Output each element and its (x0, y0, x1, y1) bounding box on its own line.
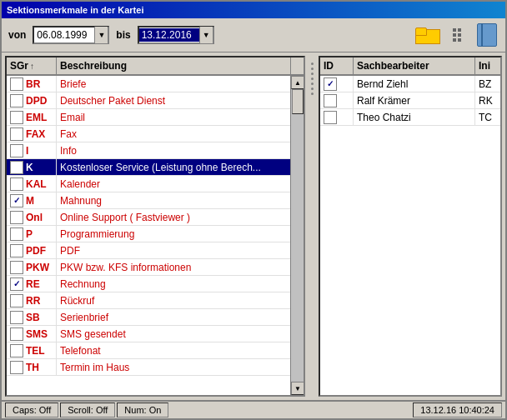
right-row-checkbox[interactable] (324, 94, 337, 108)
cell-beschreibung: Kalender (57, 176, 290, 192)
cell-sgr: EML (7, 109, 57, 125)
row-checkbox[interactable] (10, 361, 23, 374)
row-checkbox[interactable] (10, 278, 23, 291)
left-table-row[interactable]: EMLEmail (7, 109, 290, 126)
row-checkbox[interactable] (10, 78, 23, 91)
status-bar: Caps: Off Scroll: Off Num: On 13.12.16 1… (2, 400, 505, 418)
scroll-track[interactable] (291, 89, 304, 382)
bis-date-combo[interactable]: ▼ (138, 26, 214, 44)
cell-beschreibung: PKW bzw. KFS informationen (57, 259, 290, 275)
von-date-arrow[interactable]: ▼ (94, 27, 108, 43)
right-table-row[interactable]: Theo ChatziTC (320, 109, 500, 126)
left-table-row[interactable]: IInfo (7, 142, 290, 159)
scroll-up-btn[interactable]: ▲ (291, 76, 304, 89)
left-table-row[interactable]: OnlOnline Support ( Fastviewer ) (7, 209, 290, 226)
divider-dot (311, 62, 314, 65)
folder-icon (415, 26, 439, 44)
header-beschreibung: Beschreibung (57, 58, 290, 74)
divider-dot (311, 78, 314, 80)
left-table-row[interactable]: SBSerienbrief (7, 309, 290, 326)
sgr-text: RE (26, 278, 40, 290)
scroll-status: Scroll: Off (60, 402, 115, 418)
row-checkbox[interactable] (10, 178, 23, 191)
row-checkbox[interactable] (10, 128, 23, 141)
left-table-row[interactable]: TELTelefonat (7, 342, 290, 359)
left-table-row[interactable]: SMSSMS gesendet (7, 326, 290, 342)
cell-beschreibung: Mahnung (57, 192, 290, 208)
datetime-status: 13.12.16 10:40:24 (413, 402, 502, 418)
row-checkbox[interactable] (10, 311, 23, 324)
row-checkbox[interactable] (10, 344, 23, 358)
bis-date-input[interactable] (139, 28, 199, 42)
right-row-checkbox[interactable] (324, 78, 337, 91)
von-date-input[interactable] (34, 28, 94, 42)
row-checkbox[interactable] (10, 328, 23, 341)
left-table-row[interactable]: THTermin im Haus (7, 359, 290, 376)
left-table-row[interactable]: FAXFax (7, 126, 290, 142)
sgr-text: M (26, 195, 34, 207)
cell-sgr: RR (7, 292, 57, 308)
cell-beschreibung: Briefe (57, 76, 290, 92)
scroll-down-btn[interactable]: ▼ (291, 382, 304, 395)
right-panel: ID Sachbearbeiter Ini Bernd ZiehlBZRalf … (319, 56, 502, 397)
main-window: Sektionsmerkmale in der Kartei von ▼ bis… (0, 0, 507, 420)
left-table-row[interactable]: RERechnung (7, 276, 290, 292)
cell-sgr: K (7, 159, 57, 175)
row-checkbox[interactable] (10, 244, 23, 258)
von-date-combo[interactable]: ▼ (33, 26, 109, 44)
cell-sgr: TH (7, 359, 57, 375)
scroll-thumb[interactable] (292, 89, 304, 114)
cell-sgr: I (7, 142, 57, 158)
cell-ini: RK (475, 92, 500, 108)
cell-beschreibung: Telefonat (57, 342, 290, 358)
cell-id (320, 76, 354, 92)
left-table-row[interactable]: MMahnung (7, 192, 290, 209)
left-scrollbar[interactable]: ▲ ▼ (290, 76, 304, 395)
book-button[interactable] (475, 23, 499, 47)
num-status: Num: On (117, 402, 168, 418)
right-table-header: ID Sachbearbeiter Ini (320, 58, 500, 76)
row-checkbox[interactable] (10, 294, 23, 308)
cell-sgr: M (7, 192, 57, 208)
left-table-header: SGr ↑ Beschreibung (7, 58, 304, 76)
row-checkbox[interactable] (10, 144, 23, 158)
row-checkbox[interactable] (10, 211, 23, 224)
cell-ini: TC (475, 109, 500, 125)
sgr-text: Onl (26, 212, 43, 223)
cell-sachbearbeiter: Theo Chatzi (354, 109, 475, 125)
cell-ini: BZ (475, 76, 500, 92)
row-checkbox[interactable] (10, 161, 23, 174)
row-checkbox[interactable] (10, 94, 23, 108)
cell-sgr: Onl (7, 209, 57, 225)
cell-beschreibung: PDF (57, 242, 290, 258)
row-checkbox[interactable] (10, 194, 23, 208)
left-table-row[interactable]: KALKalender (7, 176, 290, 192)
folder-button[interactable] (415, 23, 439, 47)
right-table-body: Bernd ZiehlBZRalf KrämerRKTheo ChatziTC (320, 76, 500, 395)
left-table-row[interactable]: BRBriefe (7, 76, 290, 92)
right-table-row[interactable]: Ralf KrämerRK (320, 92, 500, 109)
right-table-row[interactable]: Bernd ZiehlBZ (320, 76, 500, 92)
cell-sgr: DPD (7, 92, 57, 108)
sgr-text: FAX (26, 128, 45, 140)
divider-dot (311, 82, 314, 85)
left-table-row[interactable]: DPDDeutscher Paket Dienst (7, 92, 290, 109)
bis-date-arrow[interactable]: ▼ (199, 27, 213, 43)
sgr-text: K (26, 162, 33, 173)
right-row-checkbox[interactable] (324, 111, 337, 124)
cell-beschreibung: Programmierung (57, 226, 290, 242)
dots-button[interactable] (445, 23, 469, 47)
left-table-row[interactable]: PKWPKW bzw. KFS informationen (7, 259, 290, 276)
left-table-row[interactable]: PDFPDF (7, 242, 290, 259)
cell-beschreibung: Fax (57, 126, 290, 142)
row-checkbox[interactable] (10, 228, 23, 241)
sgr-text: PDF (26, 245, 46, 257)
left-table-row[interactable]: KKostenloser Service (Leistung ohne Bere… (7, 159, 290, 176)
left-table-row[interactable]: RRRückruf (7, 292, 290, 309)
row-checkbox[interactable] (10, 261, 23, 274)
panel-divider[interactable] (309, 56, 315, 397)
cell-sgr: SB (7, 309, 57, 325)
cell-sgr: P (7, 226, 57, 242)
row-checkbox[interactable] (10, 111, 23, 124)
left-table-row[interactable]: PProgrammierung (7, 226, 290, 242)
